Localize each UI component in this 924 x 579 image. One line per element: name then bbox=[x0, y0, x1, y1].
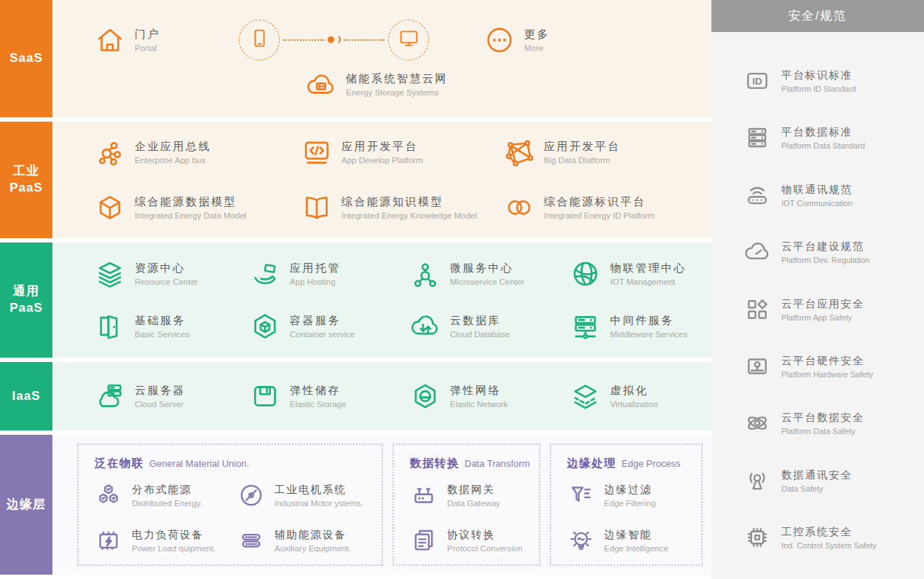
item-title: 云平台数据安全 bbox=[781, 411, 864, 425]
item-subtitle: IOT Communication bbox=[781, 199, 853, 208]
item-subtitle: Cloud Server bbox=[135, 400, 186, 409]
dotted-connector bbox=[344, 39, 384, 41]
motor-icon bbox=[237, 481, 265, 509]
edge-group-items: 边缘过滤Edge Filtering边缘智能Edge Intelligence bbox=[567, 478, 692, 557]
item-subtitle: Protocol Conversion bbox=[447, 544, 523, 553]
item-text: 资源中心Resource Center bbox=[135, 261, 198, 286]
phone-icon bbox=[249, 28, 270, 52]
item-title: 工控系统安全 bbox=[781, 525, 877, 539]
layer-industrial-paas-content: 企业应用总线Enterprise App bus应用开发平台App Develo… bbox=[52, 122, 711, 238]
item-subtitle: Big Data Dlatform bbox=[544, 156, 620, 165]
hex-cube-icon bbox=[250, 311, 280, 342]
panel-item: 工控系统安全Ind. Control System Safety bbox=[743, 524, 918, 551]
edge-group: 泛在物联General Material Union.分布式能源Distribu… bbox=[77, 444, 383, 566]
edge-group-title: 边缘处理 bbox=[567, 457, 617, 469]
edge-group-header: 边缘处理Edge Process bbox=[567, 456, 692, 471]
item-title: 平台数据标准 bbox=[781, 125, 865, 139]
iaas-band-label: IaaS bbox=[0, 362, 52, 430]
panel-item: 云平台建设规范Platform Dev. Regulation bbox=[743, 238, 918, 266]
edge-group-subtitle: Edge Process bbox=[622, 458, 681, 469]
item-subtitle: Portal bbox=[135, 44, 160, 52]
item-text: 平台数据标准Platform Data Standard bbox=[781, 125, 865, 150]
diagram-item: 基础服务Basic Services bbox=[95, 311, 250, 342]
diagram-item: 应用托管App Hosting bbox=[250, 259, 410, 289]
rack-icon bbox=[743, 124, 771, 151]
item-text: 平台标识标准Platform ID Standard bbox=[781, 68, 856, 93]
general-paas-items: 资源中心Resource Center应用托管App Hosting微服务中心M… bbox=[52, 243, 711, 358]
chip-icon bbox=[743, 524, 771, 551]
bulb-icon bbox=[567, 527, 595, 554]
item-title: 应用开发平台 bbox=[341, 140, 423, 154]
item-subtitle: Data Gateway bbox=[447, 499, 500, 508]
item-title: 虚拟化 bbox=[610, 384, 658, 398]
dotted-connector bbox=[283, 39, 324, 41]
item-text: 企业应用总线Enterprise App bus bbox=[135, 140, 211, 165]
diagram-item: 更多More bbox=[484, 25, 550, 55]
item-subtitle: More bbox=[524, 44, 550, 52]
item-subtitle: Industrial Motor ystems. bbox=[275, 499, 363, 508]
item-subtitle: Container service bbox=[290, 330, 355, 339]
platform-architecture-diagram: SaaS门户Portal更多More储能系统智慧云网Energy Storage… bbox=[0, 0, 924, 579]
item-title: 微服务中心 bbox=[450, 261, 524, 275]
item-title: 综合能源标识平台 bbox=[544, 195, 655, 209]
item-subtitle: Platform ID Standard bbox=[781, 84, 856, 93]
layer-edge: 边缘层泛在物联General Material Union.分布式能源Distr… bbox=[0, 435, 711, 575]
item-text: 应用开发平台App Develop Platform bbox=[341, 140, 423, 165]
panel-item: 云平台数据安全Platform Data Safety bbox=[743, 409, 918, 437]
panel-item: 平台数据标准Platform Data Standard bbox=[743, 124, 918, 151]
item-text: 综合能源知识模型Integrated Energy Knowledge Mode… bbox=[341, 195, 477, 220]
door-icon bbox=[95, 311, 125, 342]
edge-group-items: 分布式能源Distributed Energy.工业电机系统Industrial… bbox=[95, 478, 373, 557]
item-title: 应用托管 bbox=[290, 261, 341, 275]
cloud-icon bbox=[743, 238, 771, 266]
diagram-item: 边缘过滤Edge Filtering bbox=[567, 481, 692, 509]
item-title: 分布式能源 bbox=[132, 483, 202, 497]
item-text: 工业电机系统Industrial Motor ystems. bbox=[275, 483, 363, 508]
panel-items: ID平台标识标准Platform ID Standard平台数据标准Platfo… bbox=[711, 32, 924, 579]
panel-item: 云平台硬件安全Platform Hardware Safety bbox=[743, 352, 918, 380]
item-title: 协议转换 bbox=[447, 528, 523, 542]
item-text: 应用托管App Hosting bbox=[290, 261, 341, 286]
item-text: 分布式能源Distributed Energy. bbox=[132, 483, 202, 508]
svg-text:ID: ID bbox=[752, 76, 762, 87]
diagram-item: 综合能源知识模型Integrated Energy Knowledge Mode… bbox=[301, 192, 504, 223]
iaas-items: 云服务器Cloud Server弹性储存Elastic Storage弹性网络E… bbox=[52, 362, 711, 430]
diagram-item: 弹性储存Elastic Storage bbox=[250, 381, 410, 411]
item-text: 辅助能源设备Auxiliary Equipment. bbox=[275, 528, 351, 553]
panel-item: ID平台标识标准Platform ID Standard bbox=[743, 67, 918, 95]
edge-group: 边缘处理Edge Process边缘过滤Edge Filtering边缘智能Ed… bbox=[550, 444, 703, 566]
diagram-item: 数据网关Data Gateway bbox=[410, 481, 530, 509]
item-title: 辅助能源设备 bbox=[275, 528, 351, 542]
item-text: 云平台硬件安全Platform Hardware Safety bbox=[781, 354, 873, 379]
item-subtitle: Microservice Center bbox=[450, 277, 524, 286]
device-flow bbox=[239, 20, 429, 60]
item-title: 物联管理中心 bbox=[610, 261, 687, 275]
item-text: 电力负荷设备Power Load quipment. bbox=[132, 528, 216, 553]
diagram-item: 应用开发平台App Develop Platform bbox=[301, 137, 504, 168]
layer-edge-content: 泛在物联General Material Union.分布式能源Distribu… bbox=[52, 435, 711, 575]
item-title: 更多 bbox=[524, 28, 550, 42]
wifi-router-icon bbox=[743, 181, 771, 209]
item-subtitle: IOT Management bbox=[610, 277, 687, 286]
item-title: 云平台硬件安全 bbox=[781, 354, 873, 368]
item-subtitle: Middleware Services bbox=[610, 330, 687, 339]
home-icon bbox=[95, 25, 125, 55]
battery-bolt-icon bbox=[95, 527, 122, 554]
layer-iaas-content: 云服务器Cloud Server弹性储存Elastic Storage弹性网络E… bbox=[52, 362, 711, 430]
item-text: 物联管理中心IOT Management bbox=[610, 261, 687, 286]
item-text: 弹性网络Elastic Network bbox=[450, 384, 508, 409]
item-subtitle: Platform Data Standard bbox=[781, 141, 865, 150]
rings-icon bbox=[504, 192, 534, 223]
item-subtitle: App Hosting bbox=[290, 277, 341, 286]
layer-general-paas: 通用PaaS资源中心Resource Center应用托管App Hosting… bbox=[0, 243, 711, 358]
item-subtitle: Energy Storage Systems bbox=[346, 88, 448, 97]
item-text: 数据网关Data Gateway bbox=[447, 483, 500, 508]
item-subtitle: Integrated Energy ID Platform bbox=[544, 211, 655, 220]
item-subtitle: Platform Dev. Regulation bbox=[781, 256, 869, 264]
layer-general-paas-content: 资源中心Resource Center应用托管App Hosting微服务中心M… bbox=[52, 243, 711, 358]
item-text: 更多More bbox=[524, 28, 550, 52]
hexagons-icon bbox=[95, 481, 122, 509]
item-title: 边缘智能 bbox=[604, 528, 668, 542]
layer-industrial-paas: 工业PaaS企业应用总线Enterprise App bus应用开发平台App … bbox=[0, 122, 711, 238]
network-graph-icon bbox=[504, 137, 534, 168]
